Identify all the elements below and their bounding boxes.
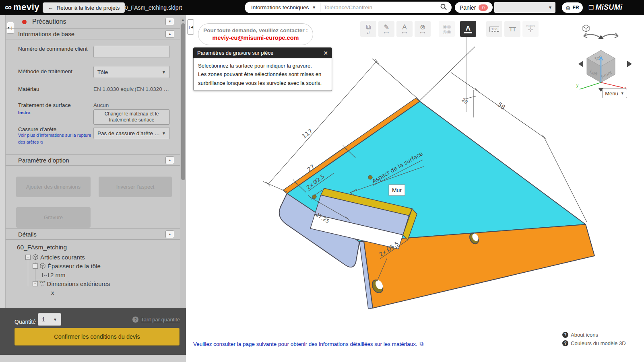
basic-info-collapse-button[interactable]: ▲ <box>165 30 174 38</box>
back-to-projects-button[interactable]: ← Retour à la liste de projets <box>43 2 125 13</box>
canvas-collapse-handle[interactable]: ❘◀ <box>187 19 194 35</box>
model-colors-link[interactable]: ? Couleurs du modèle 3D <box>562 340 626 346</box>
option-param-title: Paramètre d’option <box>18 157 69 164</box>
chevron-down-icon: ▼ <box>162 131 166 136</box>
contact-pill: Pour toute demande, veuillez contacter :… <box>198 23 313 45</box>
engraving-button[interactable]: Gravure <box>16 207 91 228</box>
tree-item-thickness-value[interactable]: ↔ 2 mm <box>6 270 180 279</box>
cart-label: Panier <box>460 4 476 11</box>
confirm-quote-button[interactable]: Confirmer les conditions du devis <box>14 328 180 346</box>
instr-link-text[interactable]: Instr <box>18 110 28 115</box>
materials-info-link[interactable]: Veuillez consulter la page suivante pour… <box>193 341 423 347</box>
isometric-view-icon[interactable] <box>583 25 589 32</box>
tariff-link-label: Tarif par quantité <box>141 317 180 323</box>
basic-info-body: Numéro de commande client Méthode de tra… <box>6 39 180 154</box>
engraving-tool-button[interactable]: A <box>460 21 476 37</box>
quantity-label: Quantité <box>14 319 36 325</box>
add-dimensions-button[interactable]: Ajouter des dimensions <box>16 177 91 197</box>
method-select[interactable]: Tôle ▼ <box>93 66 170 78</box>
option-buttons: Ajouter des dimensions Inverser l’aspect… <box>6 166 180 228</box>
replace-shape-button[interactable]: ⧉⇄ <box>360 21 376 37</box>
viewer-canvas[interactable]: 117 58 20 27 2x Ø2.5 27.25 Aspect de la … <box>186 15 644 362</box>
contact-email-link[interactable]: meviy-eu@misumi-europe.com <box>213 35 299 41</box>
misumi-logo[interactable]: ❒ MiSUMi <box>588 3 622 12</box>
rotate-west-icon[interactable] <box>578 61 583 67</box>
hole-group-icon: ◉◎ <box>443 24 451 29</box>
header-dropdown[interactable]: ▼ <box>494 2 555 13</box>
sidebar-scroll-area: Précautions ▼ Informations de base ▲ Num… <box>6 15 180 308</box>
method-label: Méthode de traitement <box>18 68 91 75</box>
rotate-east-icon[interactable] <box>627 61 632 67</box>
tree-item-articles[interactable]: − Articles courants <box>6 253 180 261</box>
search-input[interactable] <box>320 4 440 10</box>
chevron-down-icon: ▼ <box>162 70 166 74</box>
details-collapse-button[interactable]: ▲ <box>165 230 174 238</box>
about-icons-link[interactable]: ? About icons <box>562 332 626 338</box>
option-param-collapse-button[interactable]: ▲ <box>165 156 174 164</box>
misumi-logo-text: MiSUMi <box>595 3 622 12</box>
scrollbar-thumb[interactable] <box>181 23 185 180</box>
tree-item-label: Épaisseur de la tôle <box>47 263 101 269</box>
sidebar-scrollbar[interactable]: ▲ ▼ <box>180 17 186 321</box>
collapse-minus-icon[interactable]: − <box>25 255 31 260</box>
viewcube-widget[interactable]: Top Left Front y x <box>576 25 632 92</box>
wall-tag-label: Mur <box>392 187 402 193</box>
option-param-header[interactable]: Paramètre d’option ▲ <box>6 154 180 166</box>
views-cross-icon: ✛ <box>528 27 533 33</box>
view-menu-label: Menu <box>605 90 618 97</box>
wall-tag[interactable]: Mur <box>389 185 405 195</box>
sidebar-bottom-strip <box>0 355 186 362</box>
dim-58: 58 <box>496 101 507 111</box>
text-size-button[interactable]: TT <box>504 21 520 37</box>
numeric-dimension-button[interactable]: 123 <box>486 21 502 37</box>
meviy-logo[interactable]: ∞ meviy <box>5 2 39 12</box>
edit-dimension-button[interactable]: ✎⟷ <box>378 21 394 37</box>
quantity-select[interactable]: 1 ▼ <box>38 313 61 326</box>
details-header[interactable]: Détails ▲ <box>6 228 180 240</box>
tree-item-thickness[interactable]: − Épaisseur de la tôle <box>6 261 180 270</box>
collapse-minus-icon[interactable]: − <box>33 281 38 286</box>
change-material-button[interactable]: Changer le matériau et le traitement de … <box>93 109 170 125</box>
tree-item-x[interactable]: x <box>6 288 180 297</box>
language-button[interactable]: ⊕ FR <box>562 2 583 13</box>
hole-group-button[interactable]: ◉◎◎◉ <box>439 21 455 37</box>
method-value: Tôle <box>97 69 108 75</box>
cart-button[interactable]: Panier 0 <box>455 2 493 13</box>
instr-link[interactable]: Instr⧉ <box>18 109 91 116</box>
chevron-down-icon: ▼ <box>53 317 57 322</box>
order-number-input[interactable] <box>93 46 170 58</box>
x-axis <box>601 82 623 88</box>
edge-break-link-text[interactable]: Voir plus d’informations sur la rupture … <box>18 133 91 144</box>
open-file-name: 60_FAsm_etching.sldprt <box>122 4 182 11</box>
help-question-icon: ? <box>562 340 568 346</box>
search-category-select[interactable]: Informations techniques ▼ <box>245 4 320 10</box>
six-views-button[interactable]: 6VIEWS✛ <box>522 21 539 37</box>
chevron-down-icon: ▼ <box>312 5 316 10</box>
details-tree: 60_FAsm_etching − Articles courants − <box>6 240 180 297</box>
close-icon[interactable]: ✕ <box>323 50 328 56</box>
tree-root-node[interactable]: 60_FAsm_etching <box>17 244 180 251</box>
view-menu-button[interactable]: Menu ▼ <box>602 88 627 98</box>
collapse-minus-icon[interactable]: − <box>33 263 38 269</box>
text-dimension-button[interactable]: A⟷ <box>396 21 413 37</box>
order-number-label: Numéro de commande client <box>18 46 91 53</box>
edge-break-link[interactable]: Voir plus d’informations sur la rupture … <box>18 132 93 146</box>
precautions-title: Précautions <box>32 18 66 25</box>
rotate-left-icon[interactable] <box>584 34 599 37</box>
scroll-up-icon[interactable]: ▲ <box>180 17 186 22</box>
rotate-right-icon[interactable] <box>603 34 618 37</box>
engraving-panel-title: Paramètres de gravure sur pièce <box>197 50 273 56</box>
engraving-params-panel: Paramètres de gravure sur pièce ✕ Sélect… <box>193 47 332 91</box>
basic-info-header[interactable]: Informations de base ▲ <box>6 28 180 39</box>
precautions-header[interactable]: Précautions ▼ <box>6 15 180 28</box>
search-icon[interactable] <box>440 4 447 12</box>
precaution-red-dot-icon <box>22 20 27 24</box>
edge-break-select[interactable]: Pas de cassure d’arête … ▼ <box>93 127 170 139</box>
tariff-link[interactable]: ? Tarif par quantité <box>132 317 180 323</box>
quantity-value: 1 <box>42 316 45 323</box>
precautions-collapse-button[interactable]: ▼ <box>165 18 174 25</box>
delete-dimension-button[interactable]: ⊗⟷ <box>415 21 431 37</box>
y-axis-label: y <box>576 83 578 88</box>
tree-item-outer-dimensions[interactable]: − XYZ↔ Dimensions extérieures <box>6 279 180 288</box>
invert-aspect-button[interactable]: Inverser l’aspect <box>99 177 172 197</box>
